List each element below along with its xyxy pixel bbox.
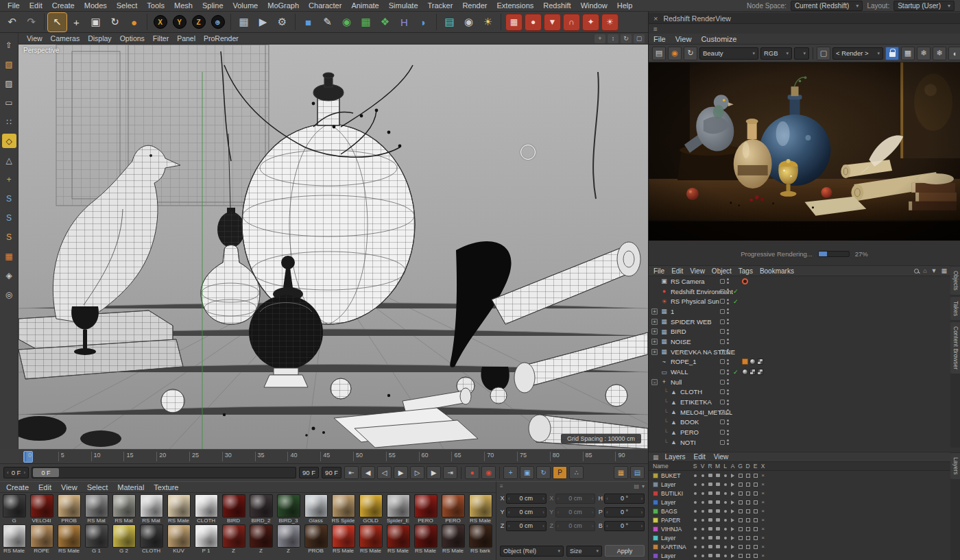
material-thumbnail-rs-mate-0-17[interactable] [469, 494, 492, 518]
menu-spline[interactable]: Spline [197, 1, 228, 10]
node-space-select[interactable]: Current (Redshift)▾ [791, 1, 863, 11]
layer-toggle-d[interactable] [744, 472, 752, 479]
viewport-dolly-icon[interactable]: ↕ [608, 34, 619, 43]
object-row-verevka-na-stene[interactable]: +▦VEREVKA NA STENE [649, 347, 950, 357]
layer-toggle-g[interactable] [736, 489, 744, 497]
layer-toggle-m[interactable] [714, 516, 721, 524]
layer-toggle-x[interactable]: × [759, 489, 767, 497]
layer-toggle-x[interactable]: × [759, 552, 767, 559]
menu-animate[interactable]: Animate [346, 1, 383, 10]
object-enable-toggle[interactable] [720, 389, 725, 394]
layer-toggle-l[interactable] [721, 516, 729, 524]
checker-tag-icon[interactable] [757, 369, 763, 375]
menu-window[interactable]: Window [576, 1, 612, 10]
layer-toggle-e[interactable] [752, 525, 759, 533]
layer-toggle-v[interactable] [699, 552, 706, 559]
keyframe-pla-toggle[interactable]: ∴ [569, 466, 584, 479]
layer-toggle-d[interactable] [744, 480, 752, 488]
object-enable-toggle[interactable] [720, 339, 725, 344]
render-settings-button[interactable]: ⚙ [273, 13, 291, 32]
object-row-redshift-environment[interactable]: ●Redshift Environment✓ [649, 287, 950, 297]
go-to-previous-key-button[interactable]: ◀ [361, 466, 375, 479]
visibility-dots[interactable] [727, 409, 729, 415]
object-enable-toggle[interactable] [720, 359, 725, 364]
expand-toggle[interactable]: - [651, 379, 658, 385]
layer-toggle-r[interactable] [706, 480, 714, 488]
layer-toggle-s[interactable] [691, 489, 699, 497]
save-image-button[interactable]: ▤ [652, 47, 666, 60]
previous-frame-button[interactable]: ◁ [377, 466, 392, 479]
layer-toggle-r[interactable] [706, 525, 714, 533]
compare-snapshots-button[interactable]: ❄ [933, 47, 946, 60]
stepper-left-icon[interactable]: ‹ [557, 524, 559, 528]
layer-toggle-a[interactable] [729, 498, 736, 506]
layer-toggle-l[interactable] [721, 525, 729, 533]
material-thumbnail-glass-0-11[interactable] [304, 494, 328, 518]
menu-character[interactable]: Character [304, 1, 346, 10]
stepper-right-icon[interactable]: › [542, 510, 544, 515]
layer-toggle-g[interactable] [736, 543, 744, 550]
menu-render[interactable]: Render [457, 1, 492, 10]
start-ipr-button[interactable]: ◉ [668, 47, 682, 60]
object-row-spider-web[interactable]: +▦SPIDER WEB [649, 317, 950, 327]
material-thumbnail-rs-mat-0-3[interactable] [85, 494, 108, 518]
layer-color-swatch[interactable] [653, 500, 658, 505]
material-thumbnail-prob-0-2[interactable] [58, 494, 81, 518]
ab-compare-button[interactable]: ◐ [948, 47, 960, 60]
stepper-left-icon[interactable]: ‹ [508, 510, 509, 515]
material-thumbnail-rs-mate-1-12[interactable] [332, 524, 355, 548]
material-thumbnail-prob-1-11[interactable] [304, 524, 328, 548]
layer-color-swatch[interactable] [653, 509, 658, 514]
timeline-options-button[interactable]: ▤ [630, 466, 645, 479]
material-thumbnail-pero-0-16[interactable] [442, 494, 465, 518]
layer-toggle-v[interactable] [699, 498, 706, 506]
position-x-field[interactable]: ‹0 cm› [506, 494, 547, 504]
apply-button[interactable]: Apply [605, 545, 645, 557]
menu-mograph[interactable]: MoGraph [263, 1, 304, 10]
material-thumbnail-rope-1-1[interactable] [30, 524, 53, 548]
timeline-mode-button[interactable]: ▦ [614, 466, 628, 479]
layer-toggle-v[interactable] [699, 480, 706, 488]
materials-menu-material[interactable]: Material [112, 483, 149, 492]
layer-toggle-m[interactable] [714, 507, 721, 515]
material-thumbnail-z-1-10[interactable] [277, 524, 300, 548]
size-x-field[interactable]: ‹0 cm› [555, 494, 596, 504]
layers-menu-layers[interactable]: Layers [661, 452, 690, 461]
layer-toggle-a[interactable] [729, 507, 736, 515]
object-manager-menu-bookmarks[interactable]: Bookmarks [756, 267, 797, 276]
layer-toggle-l[interactable] [721, 489, 729, 497]
material-thumbnail-cloth-0-7[interactable] [195, 494, 218, 518]
enable-axis-button[interactable]: + [2, 172, 16, 186]
layers-menu-view[interactable]: View [710, 452, 733, 461]
layer-toggle-d[interactable] [744, 498, 752, 506]
layer-toggle-m[interactable] [714, 489, 721, 497]
layer-toggle-v[interactable] [699, 534, 706, 541]
object-enable-toggle[interactable] [720, 299, 725, 304]
target-tag-icon[interactable] [742, 278, 748, 284]
layer-color-swatch[interactable] [653, 535, 658, 541]
layer-toggle-s[interactable] [691, 552, 699, 559]
timeline-power-slider[interactable]: 0 F [32, 467, 296, 478]
menu-extensions[interactable]: Extensions [492, 1, 538, 10]
snapshot-button[interactable]: ❄ [917, 47, 931, 60]
expand-toggle[interactable]: + [651, 308, 658, 315]
polygons-mode-button[interactable]: △ [2, 153, 16, 167]
object-row-1[interactable]: +▦1 [649, 306, 950, 317]
materials-menu-create[interactable]: Create [1, 483, 34, 492]
material-thumbnail-velo4i-0-1[interactable] [30, 494, 53, 518]
layout-select[interactable]: Startup (User)▾ [893, 1, 955, 11]
coordinates-mode-select[interactable]: Object (Rel)▾ [500, 546, 564, 557]
model-mode-button[interactable]: ▧ [2, 57, 16, 71]
materials-menu-edit[interactable]: Edit [34, 483, 56, 492]
object-manager-menu-object[interactable]: Object [708, 267, 735, 276]
layer-toggle-s[interactable] [691, 507, 699, 515]
restart-render-button[interactable]: ↻ [684, 47, 697, 60]
layer-toggle-v[interactable] [699, 516, 706, 524]
size-z-field[interactable]: ‹0 cm› [555, 521, 596, 531]
rotation-p-field[interactable]: ‹0 °› [604, 507, 645, 518]
redshift-ies-light-button[interactable]: ✦ [582, 14, 599, 31]
object-enable-toggle[interactable] [720, 350, 725, 354]
material-thumbnail-rs-mat-0-4[interactable] [112, 494, 136, 518]
checker-tag-icon[interactable] [749, 369, 756, 375]
rendered-image[interactable] [649, 62, 960, 241]
